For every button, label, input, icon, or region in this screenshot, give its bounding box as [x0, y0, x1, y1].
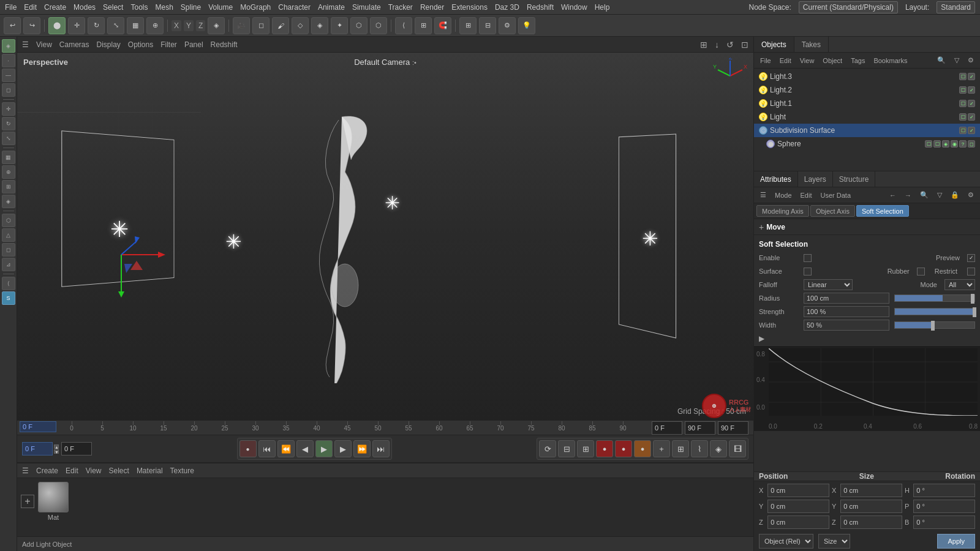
frame-up[interactable]: ▲: [54, 444, 59, 449]
menu-spline[interactable]: Spline: [181, 3, 201, 12]
camera-btn[interactable]: 🎥: [233, 17, 250, 34]
mode-object[interactable]: ◈: [2, 39, 15, 53]
viewport-3d[interactable]: Perspective Default Camera :• ✳ ✳ ✳ ✳: [17, 53, 753, 421]
dope-btn[interactable]: ◈: [710, 440, 727, 457]
attr-filter2[interactable]: ▽: [933, 190, 946, 200]
obj-view[interactable]: View: [796, 56, 818, 66]
vp-icon-1[interactable]: ⊞: [700, 40, 707, 50]
light1-vis1[interactable]: ☐: [959, 100, 967, 107]
attr-lock[interactable]: 🔒: [947, 190, 963, 200]
tool-6[interactable]: ◈: [2, 195, 15, 208]
key-btn[interactable]: ●: [596, 440, 613, 457]
strength-slider[interactable]: [894, 308, 975, 315]
enable-checkbox[interactable]: [804, 254, 812, 262]
tool-7[interactable]: ⬡: [2, 214, 15, 227]
menu-redshift[interactable]: Redshift: [527, 3, 554, 12]
vp-cameras[interactable]: Cameras: [59, 40, 89, 49]
curve-btn[interactable]: ⌇: [691, 440, 708, 457]
pos-z-input[interactable]: [767, 515, 829, 529]
menu-help[interactable]: Help: [595, 3, 610, 12]
move-button[interactable]: ✛: [68, 17, 85, 34]
expand-icon[interactable]: ▶: [759, 334, 764, 343]
attr-back[interactable]: ←: [886, 190, 900, 200]
mode-points[interactable]: ·: [2, 54, 15, 67]
restrict-checkbox[interactable]: [967, 268, 975, 276]
pos-x-input[interactable]: [767, 484, 829, 497]
mat-edit[interactable]: Edit: [66, 467, 78, 475]
sphere-vis2[interactable]: ☐: [933, 140, 941, 148]
light-vis2[interactable]: ✓: [968, 113, 975, 121]
menu-mograph[interactable]: MoGraph: [240, 3, 271, 12]
obj-tags[interactable]: Tags: [847, 56, 869, 66]
play-button[interactable]: ▶: [315, 440, 333, 457]
sphere-vis4[interactable]: ◉: [951, 140, 958, 148]
frame-input2[interactable]: [61, 442, 92, 455]
tool-s[interactable]: S: [2, 291, 15, 305]
null-btn[interactable]: ◇: [292, 17, 309, 34]
tool-10[interactable]: ⊿: [2, 258, 15, 271]
attr-hamburger[interactable]: ☰: [756, 190, 770, 200]
light2-vis1[interactable]: ☐: [959, 86, 967, 94]
frame-down[interactable]: ▼: [54, 449, 59, 454]
tool-4[interactable]: ⊕: [2, 165, 15, 179]
end-frame-input[interactable]: [685, 421, 715, 435]
attr-edit[interactable]: Edit: [797, 190, 816, 200]
radius-input[interactable]: [804, 293, 889, 304]
tool-scale[interactable]: ⤡: [2, 132, 15, 145]
render-anim-btn[interactable]: 🎞: [729, 440, 746, 457]
sphere-vis1[interactable]: ☐: [925, 140, 932, 148]
key3-btn[interactable]: ●: [634, 440, 651, 457]
tool-3[interactable]: ▦: [2, 151, 15, 164]
vp-icon-3[interactable]: ↺: [726, 40, 734, 50]
tool-9[interactable]: ◻: [2, 243, 15, 257]
menu-mesh[interactable]: Mesh: [155, 3, 173, 12]
mat-texture[interactable]: Texture: [170, 467, 194, 475]
paint-btn[interactable]: 🖌: [272, 17, 289, 34]
menu-volume[interactable]: Volume: [208, 3, 233, 12]
next-frame-button[interactable]: ⏩: [353, 440, 371, 457]
rec-button[interactable]: ●: [239, 440, 257, 457]
menu-file[interactable]: File: [5, 3, 17, 12]
width-slider[interactable]: [894, 321, 975, 329]
ref-button[interactable]: ⊕: [146, 17, 164, 34]
grid-btn[interactable]: ⊟: [479, 17, 496, 34]
surface-checkbox[interactable]: [804, 268, 812, 276]
size-x-input[interactable]: [840, 484, 902, 497]
light1-vis2[interactable]: ✓: [968, 100, 975, 107]
sphere-vis5[interactable]: ?: [959, 140, 967, 148]
prev-frame-button[interactable]: ⏪: [277, 440, 295, 457]
obj-file[interactable]: File: [756, 56, 775, 66]
strength-input[interactable]: [804, 306, 889, 317]
obj-object[interactable]: Object: [819, 56, 846, 66]
menu-simulate[interactable]: Simulate: [352, 3, 381, 12]
tool-move[interactable]: ✛: [2, 102, 15, 116]
menu-character[interactable]: Character: [278, 3, 311, 12]
scale-button[interactable]: ⤡: [107, 17, 124, 34]
anim-btn[interactable]: ⊟: [558, 440, 575, 457]
vp-view[interactable]: View: [36, 40, 52, 49]
mat-item[interactable]: Mat: [38, 482, 69, 521]
vp-panel[interactable]: Panel: [184, 40, 203, 49]
menu-daz3d[interactable]: Daz 3D: [495, 3, 519, 12]
tool-5[interactable]: ⊞: [2, 180, 15, 193]
frame-input[interactable]: [22, 442, 53, 455]
obj-light2[interactable]: 💡 Light.2 ☐ ✓: [754, 83, 980, 97]
tool-11[interactable]: ⟨: [2, 277, 15, 290]
mode-polys[interactable]: ◻: [2, 83, 15, 97]
light-vis1[interactable]: ☐: [959, 113, 967, 121]
obj-subdivsurface[interactable]: ⬡ Subdivision Surface ☐ ✓: [754, 124, 980, 137]
vp-filter[interactable]: Filter: [160, 40, 177, 49]
obj-light3[interactable]: 💡 Light.3 ☐ ✓: [754, 70, 980, 83]
attr-settings2[interactable]: ⚙: [964, 190, 978, 200]
knife-btn[interactable]: ⟨: [395, 17, 412, 34]
mode-select[interactable]: All: [944, 279, 975, 290]
redo-button[interactable]: ↪: [23, 17, 40, 34]
plus-btn[interactable]: +: [653, 440, 670, 457]
menu-tools[interactable]: Tools: [130, 3, 148, 12]
vp-options[interactable]: Options: [128, 40, 153, 49]
vp-hamburger[interactable]: ☰: [22, 40, 29, 49]
tab-structure[interactable]: Structure: [833, 171, 876, 187]
undo-button[interactable]: ↩: [4, 17, 21, 34]
pos-y-input[interactable]: [767, 500, 829, 513]
node-space-value[interactable]: Current (Standard/Physical): [799, 1, 898, 13]
